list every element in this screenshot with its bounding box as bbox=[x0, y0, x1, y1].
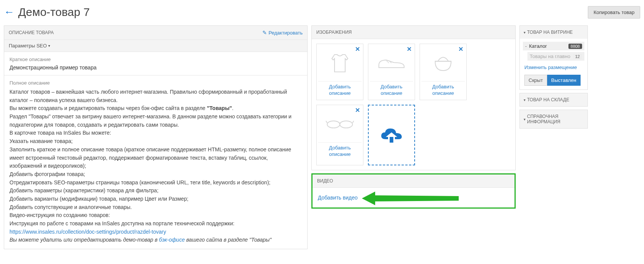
svg-line-6 bbox=[326, 121, 327, 123]
cloud-upload-icon bbox=[380, 126, 403, 145]
page-title: Демо-товар 7 bbox=[18, 6, 588, 19]
edit-label: Редактировать bbox=[268, 30, 303, 36]
product-thumb-sneaker bbox=[371, 46, 412, 80]
description-panel-title: ОПИСАНИЕ ТОВАРА bbox=[9, 30, 54, 35]
stock-panel-toggle[interactable]: ▾ ТОВАР НА СКЛАДЕ bbox=[520, 93, 587, 106]
backoffice-link[interactable]: бэк-офисе bbox=[159, 237, 185, 243]
reference-panel-toggle[interactable]: ▾ СПРАВОЧНАЯ ИНФОРМАЦИЯ bbox=[520, 110, 587, 128]
edit-description-button[interactable]: ✎ Редактировать bbox=[262, 30, 303, 36]
close-icon[interactable]: ✕ bbox=[407, 46, 412, 53]
catalog-row[interactable]: - Каталог 8808 bbox=[523, 42, 584, 50]
seo-params-dropdown[interactable]: Параметры SEO ▾ bbox=[4, 40, 307, 52]
add-image-desc-link[interactable]: Добавитьописание bbox=[318, 81, 361, 100]
full-desc-label: Полное описание bbox=[9, 80, 302, 86]
upload-image-tile[interactable] bbox=[368, 105, 415, 165]
close-icon[interactable]: ✕ bbox=[355, 107, 360, 114]
caret-down-icon: ▾ bbox=[524, 117, 526, 121]
close-icon[interactable]: ✕ bbox=[355, 46, 360, 53]
svg-line-7 bbox=[352, 121, 354, 123]
showcase-panel: ▾ ТОВАР НА ВИТРИНЕ - Каталог 8808 Товары… bbox=[519, 25, 588, 90]
video-panel: ВИДЕО Добавить видео bbox=[311, 173, 516, 209]
reference-panel: ▾ СПРАВОЧНАЯ ИНФОРМАЦИЯ bbox=[519, 110, 588, 129]
short-desc-value: Демонстрационный пример товара bbox=[9, 64, 302, 71]
subcategory-count-badge: 12 bbox=[573, 54, 582, 59]
catalog-count-badge: 8808 bbox=[568, 44, 582, 49]
caret-down-icon: ▾ bbox=[524, 98, 526, 102]
caret-down-icon: ▾ bbox=[48, 44, 50, 48]
add-image-desc-link[interactable]: Добавитьописание bbox=[421, 81, 465, 100]
product-thumb-glasses bbox=[319, 107, 361, 141]
visibility-shown-button[interactable]: Выставлен bbox=[547, 75, 581, 86]
back-arrow-icon[interactable]: ← bbox=[4, 6, 14, 18]
product-thumb-shirt bbox=[319, 46, 361, 80]
svg-point-4 bbox=[340, 121, 352, 128]
highlight-arrow-icon bbox=[362, 191, 461, 206]
image-tile[interactable]: ✕ Добавитьописание bbox=[316, 44, 363, 100]
close-icon[interactable]: ✕ bbox=[458, 46, 463, 53]
stock-panel: ▾ ТОВАР НА СКЛАДЕ bbox=[519, 93, 588, 107]
images-panel-title: ИЗОБРАЖЕНИЯ bbox=[316, 30, 352, 35]
copy-product-button[interactable]: Копировать товар bbox=[588, 6, 640, 19]
description-panel: ОПИСАНИЕ ТОВАРА ✎ Редактировать Параметр… bbox=[4, 25, 308, 249]
svg-point-3 bbox=[327, 121, 340, 128]
add-video-link[interactable]: Добавить видео bbox=[318, 195, 358, 201]
pencil-icon: ✎ bbox=[262, 30, 267, 36]
product-thumb-bag bbox=[422, 46, 464, 80]
subcategory-row[interactable]: Товары на главно 12 bbox=[527, 52, 584, 61]
showcase-panel-toggle[interactable]: ▾ ТОВАР НА ВИТРИНЕ bbox=[520, 26, 587, 39]
change-placement-link[interactable]: Изменить размещение bbox=[523, 62, 584, 72]
image-tile[interactable]: ✕ Добавитьописание bbox=[368, 44, 415, 100]
short-desc-label: Краткое описание bbox=[9, 57, 302, 62]
add-image-desc-link[interactable]: Добавитьописание bbox=[318, 142, 361, 161]
images-panel: ИЗОБРАЖЕНИЯ ✕ Добавитьописание ✕ bbox=[311, 25, 516, 170]
caret-down-icon: ▾ bbox=[524, 30, 526, 35]
image-tile[interactable]: ✕ Добавитьописание bbox=[316, 105, 363, 165]
visibility-hidden-button[interactable]: Скрыт bbox=[524, 75, 547, 86]
image-tile[interactable]: ✕ Добавитьописание bbox=[420, 44, 467, 100]
full-desc-content: Каталог товаров – важнейшая часть любого… bbox=[9, 88, 302, 244]
video-panel-title: ВИДЕО bbox=[317, 178, 333, 184]
svg-marker-8 bbox=[362, 192, 459, 205]
support-link[interactable]: https://www.insales.ru/collection/doc-se… bbox=[9, 229, 166, 235]
add-image-desc-link[interactable]: Добавитьописание bbox=[370, 81, 413, 100]
